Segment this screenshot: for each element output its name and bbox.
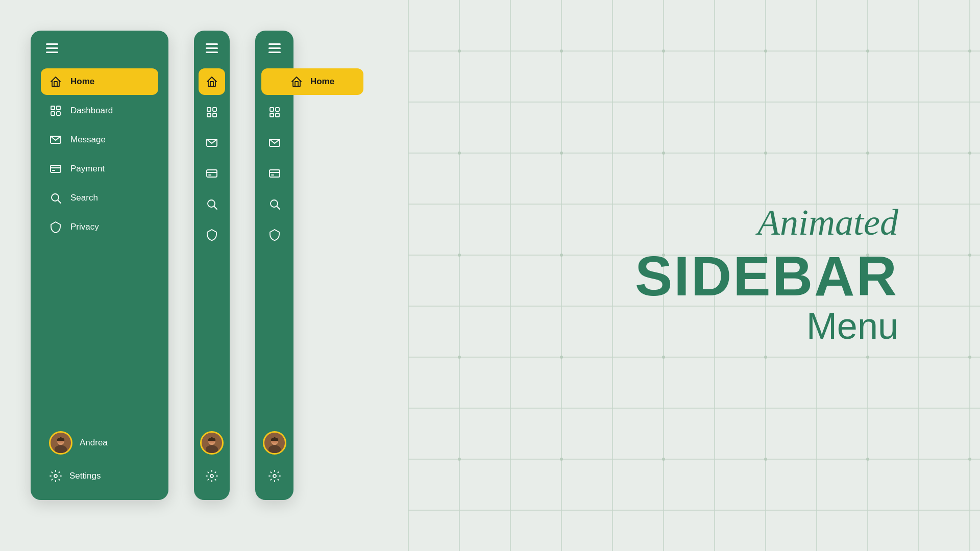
- svg-rect-84: [270, 113, 274, 117]
- message-icon: [49, 134, 62, 146]
- sidebar-bottom-partial: [260, 416, 288, 487]
- nav-label-search: Search: [70, 193, 98, 203]
- payment-icon: [49, 163, 62, 175]
- title-animated: Animated: [635, 203, 898, 243]
- svg-rect-70: [213, 113, 216, 117]
- nav-items-icons: [199, 68, 225, 416]
- svg-line-61: [58, 201, 61, 204]
- nav-item-message-partial[interactable]: [261, 130, 288, 156]
- nav-item-payment-partial[interactable]: [261, 160, 288, 187]
- sidebar-partial: Home: [255, 31, 293, 500]
- nav-item-dashboard-full[interactable]: Dashboard: [41, 97, 158, 124]
- title-sidebar: SIDEBAR: [635, 248, 898, 304]
- nav-label-message: Message: [70, 135, 106, 145]
- title-menu: Menu: [635, 304, 898, 348]
- settings-item-icons[interactable]: [200, 465, 224, 487]
- payment-icon-2: [205, 167, 218, 180]
- nav-item-search-full[interactable]: Search: [41, 185, 158, 211]
- sidebars-area: Home Dashboard: [31, 20, 293, 531]
- svg-rect-52: [51, 106, 55, 110]
- avatar-partial: [263, 431, 286, 455]
- hamburger-button-2[interactable]: [206, 43, 218, 53]
- nav-label-home-3: Home: [310, 77, 334, 87]
- hamburger-button-3[interactable]: [268, 43, 281, 53]
- search-icon: [49, 192, 62, 204]
- svg-rect-54: [51, 112, 55, 115]
- privacy-icon: [49, 221, 62, 233]
- nav-label-payment: Payment: [70, 164, 105, 174]
- svg-rect-69: [207, 113, 211, 117]
- sidebar-full: Home Dashboard: [31, 31, 168, 500]
- nav-item-message-full[interactable]: Message: [41, 127, 158, 153]
- dashboard-icon-2: [205, 106, 218, 118]
- user-item-partial[interactable]: [258, 426, 291, 460]
- svg-point-66: [54, 474, 57, 478]
- svg-point-81: [210, 474, 213, 478]
- nav-item-dashboard-icons[interactable]: [199, 99, 225, 126]
- hamburger-button-1[interactable]: [46, 43, 58, 53]
- sidebar-bottom-icons: [199, 416, 225, 487]
- settings-item-partial[interactable]: [263, 465, 286, 487]
- user-name-full: Andrea: [80, 438, 108, 448]
- dashboard-icon-3: [268, 106, 281, 118]
- svg-rect-85: [276, 113, 279, 117]
- svg-point-96: [273, 474, 276, 478]
- sidebar-icons: [194, 31, 230, 500]
- main-container: Home Dashboard: [0, 0, 980, 551]
- nav-items-partial: Home: [260, 68, 288, 416]
- user-item-full[interactable]: Andrea: [41, 426, 158, 460]
- nav-item-home-partial-wrapper: Home: [261, 68, 288, 95]
- search-icon-2: [205, 198, 218, 210]
- avatar-full: [49, 431, 72, 455]
- svg-rect-82: [270, 108, 274, 111]
- home-icon: [49, 76, 62, 88]
- svg-rect-67: [207, 108, 211, 111]
- nav-label-dashboard: Dashboard: [70, 106, 113, 116]
- search-icon-3: [268, 198, 281, 210]
- message-icon-3: [268, 137, 281, 149]
- svg-rect-57: [51, 165, 61, 172]
- settings-icon-2: [205, 470, 218, 482]
- home-icon-2: [205, 76, 218, 88]
- svg-rect-68: [213, 108, 216, 111]
- svg-line-91: [277, 207, 280, 210]
- message-icon-2: [205, 137, 218, 149]
- nav-item-payment-icons[interactable]: [199, 160, 225, 187]
- dashboard-icon: [49, 105, 62, 117]
- home-icon-3: [290, 76, 303, 88]
- settings-item-full[interactable]: Settings: [41, 465, 158, 487]
- nav-item-search-partial[interactable]: [261, 191, 288, 217]
- settings-icon-3: [268, 470, 281, 482]
- nav-item-home-partial[interactable]: Home: [261, 68, 363, 95]
- nav-label-privacy: Privacy: [70, 222, 99, 232]
- svg-rect-72: [207, 170, 217, 177]
- payment-icon-3: [268, 167, 281, 180]
- nav-item-home-full[interactable]: Home: [41, 68, 158, 95]
- nav-item-dashboard-partial[interactable]: [261, 99, 288, 126]
- nav-item-home-icons[interactable]: [199, 68, 225, 95]
- nav-item-payment-full[interactable]: Payment: [41, 156, 158, 182]
- sidebar-bottom-full: Andrea Settings: [41, 416, 158, 487]
- svg-line-76: [214, 207, 217, 210]
- privacy-icon-3: [268, 229, 281, 241]
- nav-item-search-icons[interactable]: [199, 191, 225, 217]
- nav-label-home: Home: [70, 77, 94, 87]
- svg-rect-53: [57, 106, 60, 110]
- settings-icon-full: [49, 470, 62, 482]
- nav-item-message-icons[interactable]: [199, 130, 225, 156]
- settings-label-full: Settings: [69, 471, 101, 481]
- avatar-icons: [200, 431, 224, 455]
- svg-rect-55: [57, 112, 60, 115]
- svg-rect-83: [276, 108, 279, 111]
- nav-items-full: Home Dashboard: [41, 68, 158, 416]
- nav-item-privacy-icons[interactable]: [199, 221, 225, 248]
- title-block: Animated SIDEBAR Menu: [635, 203, 898, 348]
- svg-rect-87: [270, 170, 280, 177]
- nav-item-privacy-partial[interactable]: [261, 221, 288, 248]
- content-area: Animated SIDEBAR Menu: [293, 203, 949, 348]
- privacy-icon-2: [205, 229, 218, 241]
- user-item-icons[interactable]: [195, 426, 229, 460]
- nav-item-privacy-full[interactable]: Privacy: [41, 214, 158, 240]
